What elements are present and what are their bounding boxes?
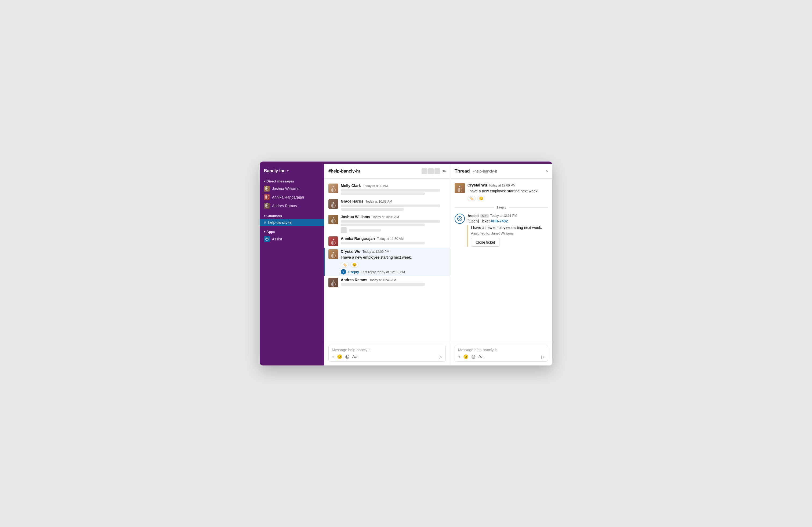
title-bar	[260, 162, 552, 164]
msg-text-crystal: I have a new employee starting next week…	[341, 255, 446, 260]
sidebar-item-andres[interactable]: Andres Ramos	[260, 201, 324, 210]
sidebar-section-direct-messages[interactable]: ▾ Direct messages	[260, 178, 324, 184]
thread-input-toolbar: + 🙂 @ Aa ▷	[458, 354, 545, 359]
msg-time-annika: Today at 11:50 AM	[377, 237, 404, 241]
reply-count: 1 reply	[348, 270, 359, 274]
sidebar-item-help-bancly-hr[interactable]: # help-bancly-hr	[260, 219, 324, 226]
msg-header-molly: Molly Clark Today at 9:30 AM	[341, 183, 446, 188]
assist-name: Assist	[467, 214, 479, 218]
avatar-joshua	[264, 186, 270, 192]
msg-header-grace: Grace Harris Today at 10:03 AM	[341, 199, 446, 204]
reaction-smile[interactable]: 😊	[350, 262, 359, 268]
thread-reaction-tag[interactable]: 🏷️	[467, 196, 476, 201]
thread-send-icon[interactable]: ▷	[541, 354, 545, 359]
thread-msg-text-crystal: I have a new employee starting next week…	[467, 189, 548, 194]
msg-stub	[341, 192, 425, 195]
assist-app-icon	[264, 236, 270, 242]
msg-stub	[341, 283, 425, 286]
plus-icon[interactable]: +	[332, 355, 334, 359]
msg-header-joshua: Joshua Williams Today at 10:05 AM	[341, 215, 446, 219]
send-icon[interactable]: ▷	[439, 354, 442, 359]
reply-divider-line-right	[509, 207, 548, 208]
sidebar-item-annika[interactable]: Annika Rangarajan	[260, 193, 324, 201]
channel-input-placeholder: Message help-bancly-it	[332, 348, 442, 352]
msg-stub	[341, 220, 440, 223]
assist-message: Assist APP Today at 12:11 PM [Open] Tick…	[454, 214, 548, 249]
app-window: Bancly Inc ▾ ▾ Direct messages Joshua Wi…	[260, 162, 552, 365]
sidebar-section-channels[interactable]: ▾ Channels	[260, 212, 324, 219]
close-ticket-button[interactable]: Close ticket	[471, 238, 499, 246]
assist-card-assigned: Assigned to: Janet Williams	[471, 231, 548, 235]
channel-header: #help-bancly-hr 34	[324, 164, 450, 179]
thread-close-button[interactable]: ×	[545, 168, 548, 174]
workspace-header[interactable]: Bancly Inc ▾	[260, 166, 324, 178]
sidebar: Bancly Inc ▾ ▾ Direct messages Joshua Wi…	[260, 164, 324, 365]
ticket-link[interactable]: #HR-7482	[491, 219, 508, 223]
reply-divider-text: 1 reply	[496, 206, 506, 209]
msg-author-crystal: Crystal Wu	[341, 249, 360, 254]
avatar-annika	[264, 194, 270, 200]
sidebar-item-joshua[interactable]: Joshua Williams	[260, 184, 324, 193]
thread-header: Thread #help-bancly-it ×	[450, 164, 552, 179]
msg-stub	[349, 229, 381, 231]
svg-point-0	[265, 238, 269, 241]
channel-input-box[interactable]: Message help-bancly-it + 🙂 @ Aa ▷	[329, 345, 446, 362]
svg-point-4	[458, 216, 462, 221]
msg-time-joshua: Today at 10:05 AM	[373, 215, 399, 219]
thread-msg-content-crystal: Crystal Wu Today at 12:09 PM I have a ne…	[467, 183, 548, 201]
thread-channel: #help-bancly-it	[473, 169, 497, 174]
avatar-molly	[329, 183, 338, 193]
msg-content-andres: Andres Ramos Today at 12:45 AM	[341, 278, 446, 287]
msg-author-annika: Annika Rangarajan	[341, 236, 375, 241]
msg-header-annika: Annika Rangarajan Today at 11:50 AM	[341, 236, 446, 241]
at-icon[interactable]: @	[345, 355, 349, 359]
thread-input-box[interactable]: Message help-bancly-it + 🙂 @ Aa ▷	[454, 345, 548, 362]
format-icon[interactable]: Aa	[352, 355, 358, 359]
assist-content: Assist APP Today at 12:11 PM [Open] Tick…	[467, 214, 548, 249]
thread-msg-time-crystal: Today at 12:09 PM	[489, 183, 516, 187]
assist-card: I have a new employee starting next week…	[467, 225, 548, 246]
msg-content-joshua: Joshua Williams Today at 10:05 AM	[341, 215, 446, 233]
assist-icon	[454, 214, 465, 224]
msg-stub-avatar	[341, 227, 347, 233]
avatar-grace	[329, 199, 338, 209]
assist-time: Today at 12:11 PM	[490, 214, 517, 217]
reply-divider: 1 reply	[454, 206, 548, 209]
apps-section-label: Apps	[266, 230, 275, 234]
avatar-annika-msg	[329, 236, 338, 246]
reply-time: Last reply today at 12:11 PM	[361, 270, 405, 274]
member-count: 34	[442, 169, 446, 173]
channels-section-label: Channels	[266, 214, 282, 218]
thread-at-icon[interactable]: @	[471, 355, 476, 359]
msg-reactions-crystal: 🏷️ 😊	[341, 262, 446, 268]
sidebar-dm-joshua-label: Joshua Williams	[272, 186, 299, 191]
sidebar-dm-andres-label: Andres Ramos	[272, 204, 297, 208]
avatar-andres	[264, 203, 270, 209]
msg-time-andres: Today at 12:45 AM	[369, 278, 396, 282]
sidebar-assist-label: Assist	[272, 237, 282, 241]
channel-name: #help-bancly-hr	[329, 169, 419, 174]
reaction-tag[interactable]: 🏷️	[341, 262, 349, 268]
avatar-andres-msg	[329, 278, 338, 287]
sidebar-section-apps[interactable]: ▾ Apps	[260, 228, 324, 235]
msg-time-crystal: Today at 12:09 PM	[362, 250, 389, 254]
sidebar-item-assist[interactable]: Assist	[260, 235, 324, 243]
thread-panel: Thread #help-bancly-it × Crystal Wu Toda…	[450, 164, 552, 365]
thread-plus-icon[interactable]: +	[458, 355, 461, 359]
channel-input-toolbar: + 🙂 @ Aa ▷	[332, 354, 442, 359]
member-avatar-3	[434, 168, 440, 174]
thread-emoji-icon[interactable]: 🙂	[463, 354, 468, 359]
thread-reaction-smile[interactable]: 😊	[477, 196, 485, 201]
msg-header-andres: Andres Ramos Today at 12:45 AM	[341, 278, 446, 282]
main-layout: Bancly Inc ▾ ▾ Direct messages Joshua Wi…	[260, 164, 552, 365]
avatar-joshua-msg	[329, 215, 338, 224]
hash-icon: #	[264, 220, 266, 225]
messages-list: Molly Clark Today at 9:30 AM Grace	[324, 179, 450, 342]
msg-time-molly: Today at 9:30 AM	[363, 184, 388, 188]
emoji-icon[interactable]: 🙂	[337, 354, 342, 359]
sidebar-channel-label: help-bancly-hr	[268, 220, 292, 225]
thread-format-icon[interactable]: Aa	[478, 355, 484, 359]
apps-collapse-icon: ▾	[264, 230, 265, 233]
reply-thread-crystal[interactable]: 1 reply Last reply today at 12:11 PM	[341, 269, 446, 274]
message-group-joshua: Joshua Williams Today at 10:05 AM	[324, 213, 450, 235]
